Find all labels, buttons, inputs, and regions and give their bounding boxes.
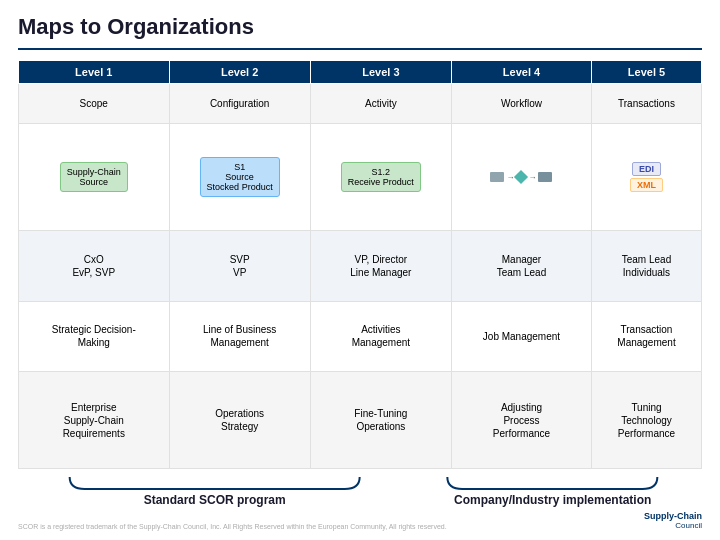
main-table: Level 1 Level 2 Level 3 Level 4 Level 5 …: [18, 60, 702, 469]
right-brace-svg: [407, 475, 698, 493]
s12-label: S1.2Receive Product: [348, 167, 414, 187]
scope-col3: Activity: [310, 84, 451, 124]
visual-row: Supply-ChainSource S1SourceStocked Produ…: [19, 124, 702, 231]
scope-col4: Workflow: [451, 84, 591, 124]
wf-arrow2: →: [528, 173, 536, 182]
enterprise-col2: OperationsStrategy: [169, 372, 310, 469]
logo-line2: Council: [675, 521, 702, 530]
visual-col5: EDI XML: [591, 124, 701, 231]
strategic-col2: Line of BusinessManagement: [169, 301, 310, 372]
strategic-col4: Job Management: [451, 301, 591, 372]
roles-col3-text: VP, DirectorLine Manager: [350, 254, 411, 278]
col-header-2: Level 2: [169, 61, 310, 84]
workflow-diagram: → →: [456, 172, 587, 182]
strategic-row: Strategic Decision-Making Line of Busine…: [19, 301, 702, 372]
edi-badge: EDI: [632, 162, 661, 176]
supply-chain-label: Supply-ChainSource: [67, 167, 121, 187]
enterprise-col4: AdjustingProcessPerformance: [451, 372, 591, 469]
standard-scor-group: Standard SCOR program: [22, 475, 407, 507]
roles-col5-text: Team LeadIndividuals: [622, 254, 671, 278]
enterprise-col5-text: TuningTechnologyPerformance: [618, 402, 675, 439]
enterprise-col1-text: EnterpriseSupply-ChainRequirements: [63, 402, 125, 439]
s1-label: S1SourceStocked Product: [207, 162, 273, 192]
visual-col2: S1SourceStocked Product: [169, 124, 310, 231]
strategic-col4-text: Job Management: [483, 331, 560, 342]
enterprise-col2-text: OperationsStrategy: [215, 408, 264, 432]
s1-box: S1SourceStocked Product: [200, 157, 280, 197]
roles-col4-text: ManagerTeam Lead: [497, 254, 546, 278]
strategic-col3-text: ActivitiesManagement: [352, 324, 410, 348]
standard-scor-label: Standard SCOR program: [144, 493, 286, 507]
enterprise-col4-text: AdjustingProcessPerformance: [493, 402, 550, 439]
visual-col3: S1.2Receive Product: [310, 124, 451, 231]
divider: [18, 48, 702, 50]
bottom-section: Standard SCOR program Company/Industry i…: [18, 475, 702, 507]
strategic-col1: Strategic Decision-Making: [19, 301, 170, 372]
strategic-col1-text: Strategic Decision-Making: [52, 324, 136, 348]
left-brace-svg: [22, 475, 407, 493]
visual-col4: → →: [451, 124, 591, 231]
roles-col1: CxOEvP, SVP: [19, 231, 170, 302]
enterprise-row: EnterpriseSupply-ChainRequirements Opera…: [19, 372, 702, 469]
strategic-col5: TransactionManagement: [591, 301, 701, 372]
logo-area: Supply-Chain Council: [644, 511, 702, 530]
strategic-col2-text: Line of BusinessManagement: [203, 324, 276, 348]
col-header-1: Level 1: [19, 61, 170, 84]
roles-col4: ManagerTeam Lead: [451, 231, 591, 302]
company-industry-group: Company/Industry implementation: [407, 475, 698, 507]
scope-col1: Scope: [19, 84, 170, 124]
footer-text: SCOR is a registered trademark of the Su…: [18, 523, 636, 530]
strategic-col3: ActivitiesManagement: [310, 301, 451, 372]
page: Maps to Organizations Level 1 Level 2 Le…: [0, 0, 720, 540]
wf-rect1: [490, 172, 504, 182]
enterprise-col1: EnterpriseSupply-ChainRequirements: [19, 372, 170, 469]
roles-row: CxOEvP, SVP SVPVP VP, DirectorLine Manag…: [19, 231, 702, 302]
supply-chain-box: Supply-ChainSource: [60, 162, 128, 192]
wf-diamond: [514, 170, 528, 184]
col-header-5: Level 5: [591, 61, 701, 84]
visual-col1: Supply-ChainSource: [19, 124, 170, 231]
company-industry-label: Company/Industry implementation: [454, 493, 651, 507]
enterprise-col3-text: Fine-TuningOperations: [354, 408, 407, 432]
roles-col2-text: SVPVP: [230, 254, 250, 278]
scope-col2: Configuration: [169, 84, 310, 124]
xml-badge: XML: [630, 178, 663, 192]
footer: SCOR is a registered trademark of the Su…: [18, 511, 702, 530]
edi-xml-box: EDI XML: [596, 162, 697, 192]
header-row: Level 1 Level 2 Level 3 Level 4 Level 5: [19, 61, 702, 84]
col-header-3: Level 3: [310, 61, 451, 84]
logo-line1: Supply-Chain: [644, 511, 702, 521]
page-title: Maps to Organizations: [18, 14, 702, 40]
scope-col5: Transactions: [591, 84, 701, 124]
s12-box: S1.2Receive Product: [341, 162, 421, 192]
roles-col1-text: CxOEvP, SVP: [72, 254, 115, 278]
enterprise-col5: TuningTechnologyPerformance: [591, 372, 701, 469]
scope-row: Scope Configuration Activity Workflow Tr…: [19, 84, 702, 124]
enterprise-col3: Fine-TuningOperations: [310, 372, 451, 469]
col-header-4: Level 4: [451, 61, 591, 84]
roles-col3: VP, DirectorLine Manager: [310, 231, 451, 302]
strategic-col5-text: TransactionManagement: [617, 324, 675, 348]
roles-col2: SVPVP: [169, 231, 310, 302]
roles-col5: Team LeadIndividuals: [591, 231, 701, 302]
wf-rect2: [538, 172, 552, 182]
